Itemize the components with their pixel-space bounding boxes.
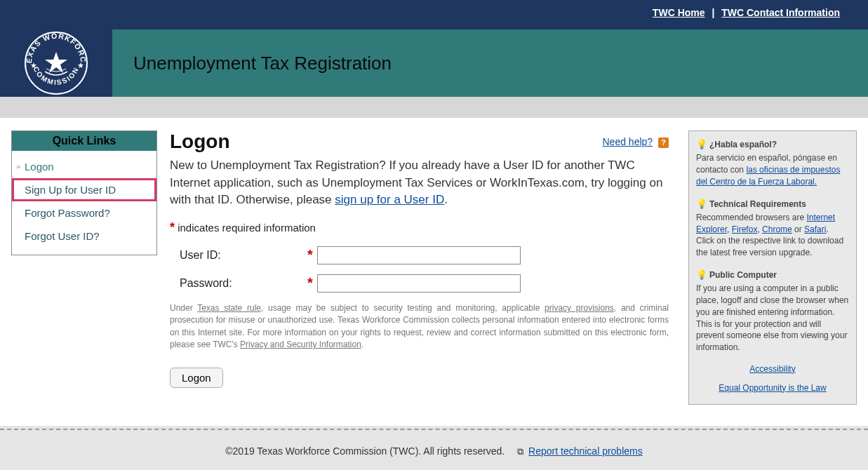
logo-container: TEXAS WORKFORCE COMMISSION ★ ★ xyxy=(0,29,112,97)
user-id-label: User ID: xyxy=(170,249,303,262)
required-note-text: indicates required information xyxy=(178,222,316,234)
signup-link[interactable]: sign up for a User ID xyxy=(335,193,444,206)
tech-sep3: or xyxy=(792,224,804,234)
report-problems-link[interactable]: Report technical problems xyxy=(528,445,643,457)
accessibility-link[interactable]: Accessibility xyxy=(749,364,795,374)
texas-rule-link[interactable]: Texas state rule xyxy=(197,303,261,313)
main-heading: Logon xyxy=(170,130,669,153)
info-panel: 💡¿Habla español? Para servicio en españo… xyxy=(688,130,857,405)
tech-text-a: Recommended browsers are xyxy=(696,213,806,222)
twc-logo-icon: TEXAS WORKFORCE COMMISSION ★ ★ xyxy=(21,28,91,98)
sidebar-item-forgot-password[interactable]: Forgot Password? xyxy=(12,201,156,224)
quick-links-sidebar: Quick Links Logon Sign Up for User ID Fo… xyxy=(11,130,157,255)
legal-d: . xyxy=(361,340,363,349)
privacy-provisions-link[interactable]: privacy provisions xyxy=(545,303,614,313)
logon-button[interactable]: Logon xyxy=(170,368,223,388)
main-content: Need help? ? Logon New to Unemployment T… xyxy=(170,130,676,388)
tech-sep1: , xyxy=(727,224,732,234)
public-computer-block: 💡Public Computer If you are using a comp… xyxy=(696,269,849,354)
sidebar-heading: Quick Links xyxy=(12,131,156,151)
sidebar-item-signup[interactable]: Sign Up for User ID xyxy=(12,178,156,201)
legal-a: Under xyxy=(170,303,197,313)
svg-text:COMMISSION: COMMISSION xyxy=(32,65,80,86)
header: TEXAS WORKFORCE COMMISSION ★ ★ Unemploym… xyxy=(0,29,868,97)
password-label: Password: xyxy=(170,277,303,290)
need-help-block: Need help? ? xyxy=(602,136,669,148)
legal-text: Under Texas state rule, usage may be sub… xyxy=(170,302,669,351)
lightbulb-icon: 💡 xyxy=(696,269,707,280)
svg-text:★: ★ xyxy=(77,61,84,69)
twc-contact-link[interactable]: TWC Contact Information xyxy=(721,7,840,18)
tech-title: Technical Requirements xyxy=(709,199,806,209)
header-spacer xyxy=(0,97,868,118)
external-link-icon: ⧉ xyxy=(517,446,523,457)
required-star-icon: * xyxy=(170,220,175,234)
safari-link[interactable]: Safari xyxy=(804,224,826,234)
eeo-link[interactable]: Equal Opportunity is the Law xyxy=(719,383,826,393)
public-text: If you are using a computer in a public … xyxy=(696,283,848,352)
privacy-security-link[interactable]: Privacy and Security Information xyxy=(240,340,361,349)
page-title: Unemployment Tax Registration xyxy=(133,53,392,74)
need-help-link[interactable]: Need help? xyxy=(602,136,653,147)
top-nav: TWC Home | TWC Contact Information xyxy=(0,0,868,29)
chrome-link[interactable]: Chrome xyxy=(762,224,792,234)
password-input[interactable] xyxy=(317,274,521,293)
required-star-icon: * xyxy=(303,275,317,291)
password-row: Password: * xyxy=(170,274,669,293)
sidebar-item-logon[interactable]: Logon xyxy=(12,155,156,178)
required-star-icon: * xyxy=(303,247,317,263)
user-id-input[interactable] xyxy=(317,246,521,264)
user-id-row: User ID: * xyxy=(170,246,669,264)
separator: | xyxy=(712,7,714,18)
copyright-text: ©2019 Texas Workforce Commission (TWC). … xyxy=(225,445,505,457)
intro-text: New to Unemployment Tax Registration? If… xyxy=(170,157,669,209)
help-icon[interactable]: ? xyxy=(658,137,669,148)
sidebar-item-forgot-userid[interactable]: Forgot User ID? xyxy=(12,224,156,248)
footer: ©2019 Texas Workforce Commission (TWC). … xyxy=(0,430,868,466)
intro-part-b: . xyxy=(444,193,448,206)
public-title: Public Computer xyxy=(709,270,777,280)
legal-b: , usage may be subject to security testi… xyxy=(261,303,545,313)
espanol-block: 💡¿Habla español? Para servicio en españo… xyxy=(696,138,849,188)
title-bar: Unemployment Tax Registration xyxy=(112,29,868,97)
lightbulb-icon: 💡 xyxy=(696,139,707,149)
twc-home-link[interactable]: TWC Home xyxy=(653,7,705,18)
svg-text:★: ★ xyxy=(30,61,37,69)
espanol-title: ¿Habla español? xyxy=(709,140,777,149)
lightbulb-icon: 💡 xyxy=(696,199,707,209)
required-note: * indicates required information xyxy=(170,220,669,235)
tech-req-block: 💡Technical Requirements Recommended brow… xyxy=(696,198,849,259)
firefox-link[interactable]: Firefox xyxy=(732,224,758,234)
